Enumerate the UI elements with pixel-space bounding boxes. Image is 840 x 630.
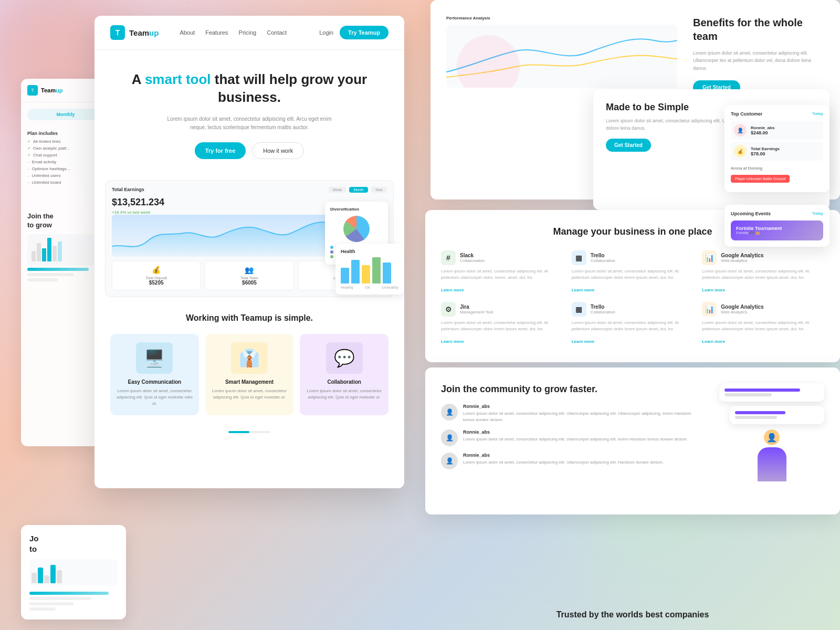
trello-name: Trello — [591, 253, 615, 258]
tc-today: Today — [812, 111, 823, 117]
bsc-5 — [57, 570, 62, 583]
features-row: 🖥️ Easy Communication Lorem ipsum dolor … — [110, 334, 388, 415]
chat-bubble-1 — [719, 383, 824, 402]
tc-avatar-1: 👤 — [734, 124, 747, 136]
trello2-desc: Lorem ipsum dolor sit amet, consectetur … — [572, 320, 694, 332]
perf-label: Performance Analysis — [446, 16, 677, 20]
uc-title: Upcoming Events — [731, 211, 771, 216]
trusted-title: Trusted by the worlds best companies — [425, 610, 840, 620]
jira-learn-more[interactable]: Learn more — [441, 339, 464, 344]
benefits-title: Benefits for the whole team — [693, 16, 824, 43]
tc-avatar-2: 💰 — [734, 145, 747, 158]
fortnite-name: Fortnite Tournament — [736, 226, 818, 231]
slack-name: Slack — [460, 253, 485, 258]
main-window: T Teamup About Features Pricing Contact … — [94, 16, 404, 488]
cb-bar-sm-2 — [735, 416, 777, 419]
stat-team-label: Total Team — [209, 276, 289, 280]
ga2-info: Google Analytics Web Analytics — [721, 304, 763, 314]
stat-deposit: 💰 Total Deposit $5205 — [112, 261, 201, 290]
real-estate-dot — [330, 255, 333, 258]
dash-filter-week[interactable]: Week — [329, 187, 346, 193]
ga2-header: 📊 Google Analytics Web Analytics — [702, 302, 824, 317]
community-content: Join the community to grow faster. 👤 Ron… — [441, 383, 824, 481]
plan-item-6: – Unlimited users — [27, 173, 104, 178]
login-button[interactable]: Login — [319, 29, 333, 36]
trello2-sub: Collaboration — [591, 310, 615, 314]
arona-name: Arona af Doming — [731, 166, 823, 171]
nav-about[interactable]: About — [180, 29, 195, 36]
try-teamup-button[interactable]: Try Teamup — [340, 26, 388, 39]
div-title: Diversification — [330, 207, 383, 212]
ga-learn-more[interactable]: Learn more — [702, 288, 725, 292]
health-bar-chart — [341, 257, 398, 284]
testimonial-2: 👤 Ronnie_abs Lorem ipsum dolor sit amet,… — [441, 429, 704, 446]
jira-name: Jira — [460, 304, 493, 310]
progress-section — [94, 426, 404, 438]
nav-pricing[interactable]: Pricing — [239, 29, 257, 36]
collaboration-desc: Lorem ipsum dolor sit amet, consectetur … — [306, 388, 382, 401]
community-text: Join the community to grow faster. 👤 Ron… — [441, 383, 704, 481]
player-btn[interactable]: Player Unknown Battle Ground — [731, 175, 790, 183]
feature-collaboration: 💬 Collaboration Lorem ipsum dolor sit am… — [300, 334, 388, 415]
dash-header: Total Earnings Week Month Year — [112, 187, 387, 193]
perf-chart — [446, 25, 677, 88]
nav-features[interactable]: Features — [205, 29, 228, 36]
hero-suffix: that will help grow your business. — [211, 71, 368, 105]
made-simple-get-started-button[interactable]: Get Started — [606, 139, 651, 152]
ga2-desc: Lorem ipsum dolor sit amet, consectetur … — [702, 320, 824, 332]
slack-header: # Slack Collaboration — [441, 250, 563, 265]
slack-learn-more[interactable]: Learn more — [441, 288, 464, 292]
bsb-2 — [29, 597, 91, 600]
trello2-learn-more[interactable]: Learn more — [572, 339, 595, 344]
nav-contact[interactable]: Contact — [267, 29, 287, 36]
test-text-2: Lorem ipsum dolor sit amet, consectetur … — [463, 436, 704, 443]
trello-learn-more[interactable]: Learn more — [572, 288, 595, 292]
person-figure: 👤 — [719, 429, 824, 481]
stat-team: 👥 Total Team $6005 — [205, 261, 293, 290]
ga2-name: Google Analytics — [721, 304, 763, 310]
hero-title: A smart tool that will help grow your bu… — [110, 71, 388, 107]
top-customer-card: Top Customer Today 👤 Ronnie_abs $248.00 … — [724, 105, 830, 192]
join-title-sm: Joto — [29, 533, 118, 554]
integration-trello-2: ▦ Trello Collaboration Lorem ipsum dolor… — [572, 302, 694, 345]
plan-item-2: ✓ Own analytic platf... — [27, 146, 104, 151]
plan-toggle[interactable]: Monthly — [27, 109, 104, 120]
bsb-3 — [29, 602, 74, 605]
health-bar-5 — [383, 262, 391, 284]
feature-management: 👔 Smart Management Lorem ipsum dolor sit… — [205, 334, 294, 415]
test-name-1: Ronnie_abs — [463, 404, 704, 409]
how-it-works-button[interactable]: How it work — [252, 142, 304, 159]
bsb-1 — [29, 592, 109, 595]
dash-filter-month[interactable]: Month — [349, 187, 368, 193]
left-logo-icon: T — [27, 85, 38, 96]
test-name-3: Ronnie_abs — [463, 453, 704, 458]
slack-icon: # — [441, 250, 456, 265]
test-content-1: Ronnie_abs Lorem ipsum dolor sit amet, c… — [463, 404, 704, 423]
dash-filter-year[interactable]: Year — [371, 187, 387, 193]
upcoming-events-card: Upcoming Events Today Fortnite Tournamen… — [724, 205, 830, 247]
communication-name: Easy Communication — [117, 379, 193, 385]
collaboration-name: Collaboration — [306, 379, 382, 385]
join-bar-3 — [42, 248, 46, 261]
try-free-button[interactable]: Try for free — [195, 142, 246, 159]
ga-name: Google Analytics — [721, 253, 763, 258]
join-chart — [27, 234, 104, 266]
bottom-left-window: Joto — [21, 525, 126, 620]
ga2-icon: 📊 — [702, 302, 717, 317]
logo-icon: T — [110, 25, 125, 40]
ga2-learn-more[interactable]: Learn more — [702, 339, 725, 344]
trusted-section: Trusted by the worlds best companies — [425, 610, 840, 620]
management-name: Smart Management — [212, 379, 288, 385]
working-title: Working with Teamup is simple. — [110, 313, 388, 324]
avatar-1: 👤 — [441, 404, 458, 421]
stat-deposit-label: Total Deposit — [117, 276, 196, 280]
hero-section: A smart tool that will help grow your bu… — [94, 50, 404, 170]
arona-row: Arona af Doming Player Unknown Battle Gr… — [731, 163, 823, 186]
dash-title: Total Earnings — [112, 187, 144, 192]
trello-desc: Lorem ipsum dolor sit amet, consectetur … — [572, 268, 694, 281]
team-icon: 👥 — [209, 266, 289, 274]
logo-text: Teamup — [129, 28, 159, 37]
slack-desc: Lorem ipsum dolor sit amet, consectetur … — [441, 268, 563, 281]
trello2-header: ▦ Trello Collaboration — [572, 302, 694, 317]
community-title: Join the community to grow faster. — [441, 383, 704, 395]
